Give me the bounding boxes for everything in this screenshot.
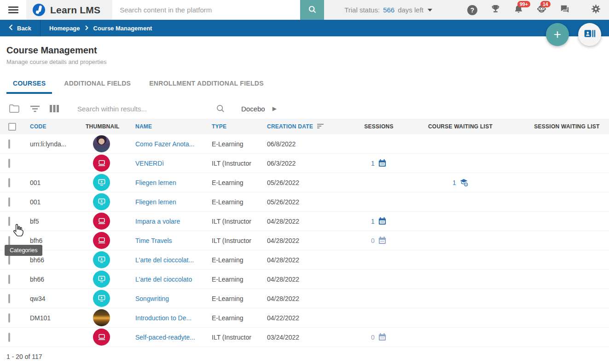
trial-status-dropdown[interactable]: Trial status: 566 days left [344,0,432,20]
brand-logo: Learn LMS [26,0,112,20]
table-row: DM101 Introduction to De... E-Learning 0… [0,308,609,328]
table-row: bfh6 Time Travels ILT (Instructor 04/28/… [0,231,609,250]
course-name-link[interactable]: Fliegen lernen [135,179,212,186]
gamification-button[interactable] [488,3,502,17]
course-type: E-Learning [212,276,267,283]
global-search-button[interactable] [300,0,324,20]
table-row: bh66 L'arte del cioccolat... E-Learning … [0,250,609,270]
course-name-link[interactable]: L'arte del cioccolato [135,276,212,283]
waiting-list-icon[interactable] [459,178,468,187]
course-thumbnail [93,251,110,268]
sessions-count[interactable]: 0 [371,237,375,244]
calendar-icon[interactable] [378,333,387,341]
column-header-code[interactable]: CODE [30,123,86,130]
row-checkbox[interactable] [8,217,10,226]
filter-button[interactable] [29,104,41,113]
course-type: ILT (Instructor [212,218,267,225]
search-icon [215,104,226,114]
settings-button[interactable] [589,3,603,17]
course-name-link[interactable]: Como Fazer Anota... [135,140,212,148]
course-creation-date: 04/22/2022 [267,314,362,322]
calendar-icon[interactable] [378,236,387,245]
trial-status-label: Trial status: [344,6,380,14]
sessions-count[interactable]: 0 [371,334,375,341]
contact-card-icon [584,28,596,41]
messages-button[interactable] [557,3,571,17]
course-thumbnail [93,155,110,172]
table-body: urn:li:lynda... Como Fazer Anota... E-Le… [0,134,609,347]
main-menu-button[interactable] [0,0,26,20]
row-checkbox[interactable] [8,236,10,245]
row-checkbox[interactable] [8,197,10,207]
course-name-link[interactable]: Fliegen lernen [135,198,212,206]
row-checkbox[interactable] [8,294,10,303]
messages-icon [559,4,570,16]
row-checkbox[interactable] [8,178,10,187]
course-name-link[interactable]: Time Travels [135,237,212,244]
logo-icon [33,4,45,16]
course-name-link[interactable]: Introduction to De... [135,314,212,322]
categories-button[interactable] [8,103,21,114]
filter-icon [29,104,41,113]
trial-days-left: 566 [383,6,394,14]
course-name-link[interactable]: Songwriting [135,295,212,302]
calendar-icon[interactable] [378,217,387,225]
course-panel-button[interactable] [578,23,601,46]
top-icon-group: ? 99+ 14 [456,0,609,20]
course-thumbnail [93,271,110,288]
sessions-cell: 1 [362,217,396,225]
chevron-right-icon [85,25,88,32]
scope-selector[interactable]: Docebo ▶ [241,105,277,113]
row-checkbox[interactable] [8,255,10,265]
chevron-down-icon [428,9,432,12]
back-button[interactable]: Back [0,20,40,36]
global-search-input[interactable] [112,0,300,20]
column-header-type[interactable]: TYPE [212,123,267,130]
course-type: ILT (Instructor [212,334,267,341]
sessions-cell: 1 [362,159,396,168]
tab-additional-fields[interactable]: ADDITIONAL FIELDS [58,80,137,94]
course-creation-date: 04/28/2022 [267,295,362,302]
course-creation-date: 04/28/2022 [267,237,362,244]
breadcrumb-homepage[interactable]: Homepage [49,25,80,32]
virtual-coach-button[interactable]: 14 [534,3,548,17]
tab-enrollment-additional-fields[interactable]: ENROLLMENT ADDITIONAL FIELDS [143,80,270,94]
add-course-button[interactable]: + [546,23,569,46]
breadcrumb-course-management[interactable]: Course Management [93,25,152,32]
categories-tooltip: Categories [5,245,42,256]
row-checkbox[interactable] [8,159,10,168]
course-name-link[interactable]: VENERDì [135,160,212,167]
sessions-count[interactable]: 1 [371,218,375,225]
results-search-input[interactable] [77,105,212,113]
course-name-link[interactable]: Self-paced-readyte... [135,334,212,341]
columns-icon [49,104,59,113]
tab-courses[interactable]: COURSES [6,80,52,94]
help-button[interactable]: ? [465,3,479,17]
row-checkbox[interactable] [8,333,10,342]
course-name-link[interactable]: Impara a volare [135,218,212,225]
course-creation-date: 06/8/2022 [267,140,362,148]
column-header-name[interactable]: NAME [135,123,212,130]
results-search-button[interactable] [215,104,226,114]
row-checkbox[interactable] [8,275,10,284]
column-header-course-waiting-list: COURSE WAITING LIST [396,123,525,130]
row-checkbox[interactable] [8,139,10,149]
notifications-button[interactable]: 99+ [511,3,525,17]
course-type: E-Learning [212,179,267,186]
top-bar: Learn LMS Trial status: 566 days left ? … [0,0,609,20]
course-waiting-count[interactable]: 1 [452,179,456,186]
table-row: bf5 Impara a volare ILT (Instructor 04/2… [0,212,609,231]
sessions-count[interactable]: 1 [371,160,375,167]
course-thumbnail [93,135,110,152]
row-checkbox[interactable] [8,313,10,323]
sessions-cell: 0 [362,333,396,341]
back-label: Back [17,25,31,32]
course-code: urn:li:lynda... [30,140,86,148]
course-code: bh66 [30,276,86,283]
table-row: qw34 Songwriting E-Learning 04/28/2022 [0,289,609,308]
columns-button[interactable] [49,104,59,113]
column-header-creation-date[interactable]: CREATION DATE [267,123,362,130]
calendar-icon[interactable] [378,159,387,168]
select-all-checkbox[interactable] [8,123,16,131]
course-name-link[interactable]: L'arte del cioccolat... [135,256,212,264]
